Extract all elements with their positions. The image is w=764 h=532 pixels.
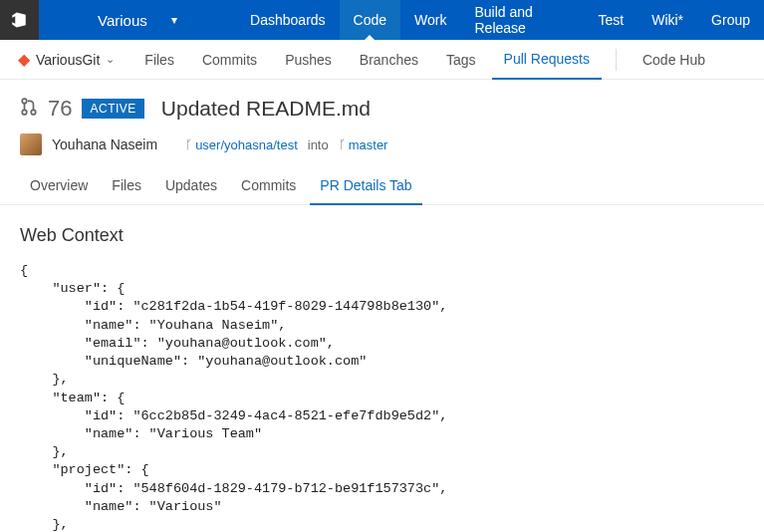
hub-work[interactable]: Work <box>400 0 460 40</box>
repo-tab-pushes[interactable]: Pushes <box>273 40 344 80</box>
chevron-down-icon: ⌄ <box>106 53 115 66</box>
target-branch[interactable]: ᚴ master <box>339 137 388 152</box>
hub-group[interactable]: Group <box>697 0 764 40</box>
repo-nav: ◆ VariousGit ⌄ Files Commits Pushes Bran… <box>0 40 764 80</box>
separator <box>616 49 617 71</box>
branch-icon: ᚴ <box>185 137 192 151</box>
pr-tabs: Overview Files Updates Commits PR Detail… <box>0 161 764 205</box>
pr-id: 76 <box>48 96 72 122</box>
hub-dashboards[interactable]: Dashboards <box>236 0 340 40</box>
pr-title-row: 76 ACTIVE Updated README.md <box>20 94 744 124</box>
git-icon: ◆ <box>18 50 30 69</box>
source-branch[interactable]: ᚴ user/yohasna/test <box>185 137 298 152</box>
pr-tab-files[interactable]: Files <box>102 171 151 204</box>
repo-tab-pull-requests[interactable]: Pull Requests <box>492 40 602 80</box>
repo-tab-files[interactable]: Files <box>132 40 186 80</box>
section-heading: Web Context <box>20 225 744 246</box>
json-block: { "user": { "id": "c281f2da-1b54-419f-80… <box>20 262 744 532</box>
pr-meta: Youhana Naseim ᚴ user/yohasna/test into … <box>20 133 744 155</box>
pull-request-icon <box>20 98 38 121</box>
product-logo[interactable] <box>0 0 39 40</box>
chevron-down-icon: ▾ <box>171 13 177 27</box>
content-panel: Web Context { "user": { "id": "c281f2da-… <box>0 205 764 532</box>
pr-tab-details[interactable]: PR Details Tab <box>310 171 421 205</box>
pr-author[interactable]: Youhana Naseim <box>52 136 157 152</box>
hub-test[interactable]: Test <box>585 0 638 40</box>
repo-name: VariousGit <box>36 52 100 68</box>
pr-title-input[interactable]: Updated README.md <box>154 94 744 124</box>
pr-tab-overview[interactable]: Overview <box>20 171 98 204</box>
pr-tab-updates[interactable]: Updates <box>155 171 227 204</box>
project-selector[interactable]: Various ▾ <box>39 0 236 40</box>
top-nav: Various ▾ Dashboards Code Work Build and… <box>0 0 764 40</box>
repo-tab-code-hub[interactable]: Code Hub <box>631 40 717 80</box>
repo-picker[interactable]: ◆ VariousGit ⌄ <box>18 50 115 69</box>
repo-tab-commits[interactable]: Commits <box>190 40 269 80</box>
repo-tab-branches[interactable]: Branches <box>348 40 430 80</box>
svg-point-1 <box>22 110 27 115</box>
pr-tab-commits[interactable]: Commits <box>231 171 306 204</box>
project-name: Various <box>98 12 147 29</box>
pr-header: 76 ACTIVE Updated README.md Youhana Nase… <box>0 80 764 161</box>
hub-list: Dashboards Code Work Build and Release T… <box>236 0 764 40</box>
hub-build-release[interactable]: Build and Release <box>461 0 585 40</box>
repo-tab-tags[interactable]: Tags <box>434 40 488 80</box>
hub-wiki[interactable]: Wiki* <box>637 0 697 40</box>
svg-point-0 <box>22 99 27 104</box>
svg-point-2 <box>31 110 36 115</box>
avatar[interactable] <box>20 133 42 155</box>
branch-icon: ᚴ <box>339 137 346 151</box>
into-label: into <box>308 137 329 152</box>
hub-code[interactable]: Code <box>340 0 400 40</box>
vsts-icon <box>10 11 28 29</box>
pr-status-badge: ACTIVE <box>82 99 143 119</box>
